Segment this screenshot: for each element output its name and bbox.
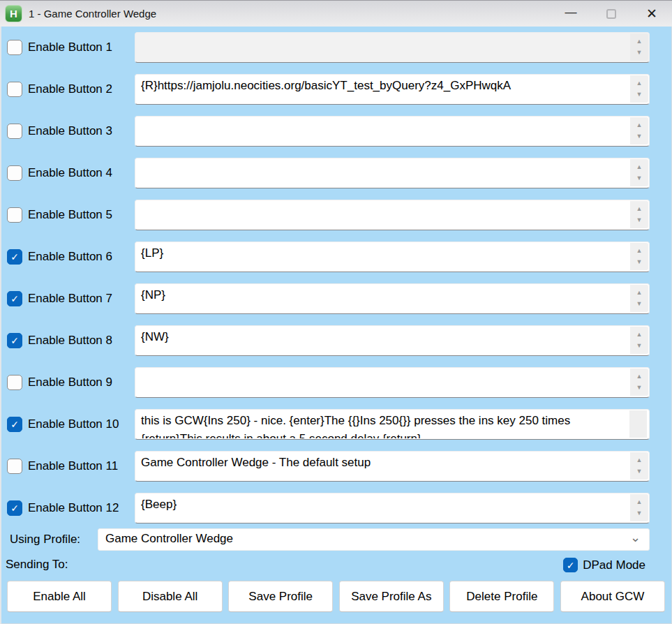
button-9-spinner[interactable]: ▲▼ (630, 369, 648, 396)
button-4-spinner[interactable]: ▲▼ (630, 159, 648, 186)
save-profile-button[interactable]: Save Profile (228, 581, 333, 612)
button-8-spinner[interactable]: ▲▼ (630, 327, 648, 354)
row-button-3: ✓ Enable Button 3 ▲▼ (0, 110, 672, 152)
enable-button-2-checkbox[interactable]: ✓ (7, 82, 22, 97)
enable-button-10-checkbox[interactable]: ✓ (7, 417, 22, 432)
enable-button-1-label: Enable Button 1 (28, 40, 112, 54)
enable-button-8-checkbox[interactable]: ✓ (7, 333, 22, 348)
spinner-down-icon[interactable]: ▼ (636, 301, 643, 307)
button-6-macro-input[interactable]: {LP} ▲▼ (135, 242, 650, 272)
spinner-up-icon[interactable]: ▲ (636, 373, 643, 380)
minimize-button[interactable]: — (551, 1, 591, 27)
spinner-down-icon[interactable]: ▼ (636, 50, 643, 56)
enable-button-3-checkbox[interactable]: ✓ (7, 124, 22, 139)
sending-to-label: Sending To: (6, 558, 68, 572)
chevron-down-icon: ⌄ (630, 530, 641, 545)
button-7-macro-text: {NP} (135, 284, 629, 313)
button-rows: ✓ Enable Button 1 ▲▼ ✓ Enable Button 2 {… (0, 27, 672, 529)
button-12-macro-input[interactable]: {Beep} ▲▼ (135, 493, 650, 523)
button-4-macro-input[interactable]: ▲▼ (135, 158, 650, 188)
maximize-icon (606, 9, 616, 19)
button-1-spinner[interactable]: ▲▼ (630, 34, 648, 61)
spinner-up-icon[interactable]: ▲ (636, 248, 643, 254)
button-8-macro-input[interactable]: {NW} ▲▼ (135, 325, 650, 356)
button-7-spinner[interactable]: ▲▼ (630, 285, 648, 312)
spinner-down-icon[interactable]: ▼ (636, 175, 643, 181)
enable-button-6-checkbox[interactable]: ✓ (7, 249, 22, 265)
spinner-up-icon[interactable]: ▲ (636, 206, 643, 212)
spinner-up-icon[interactable]: ▲ (636, 290, 643, 296)
button-2-macro-input[interactable]: {R}https://jamjolu.neocities.org/basicYT… (135, 74, 650, 105)
spinner-down-icon[interactable]: ▼ (636, 217, 643, 223)
button-10-scrollbar[interactable] (629, 410, 647, 438)
enable-button-4-checkbox[interactable]: ✓ (7, 165, 22, 181)
button-1-macro-input[interactable]: ▲▼ (135, 32, 650, 63)
enable-button-7-label: Enable Button 7 (28, 292, 112, 306)
spinner-down-icon[interactable]: ▼ (636, 133, 643, 140)
spinner-up-icon[interactable]: ▲ (636, 457, 643, 463)
enable-button-5-checkbox[interactable]: ✓ (7, 207, 22, 223)
row-button-5: ✓ Enable Button 5 ▲▼ (0, 194, 672, 236)
about-gcw-button[interactable]: About GCW (560, 581, 665, 612)
button-2-spinner[interactable]: ▲▼ (630, 75, 648, 103)
enable-button-11-label: Enable Button 11 (28, 459, 118, 473)
enable-button-6-label: Enable Button 6 (28, 250, 112, 264)
button-10-macro-input[interactable]: this is GCW{Ins 250} - nice. {enter}The … (135, 409, 650, 440)
maximize-button[interactable] (591, 1, 632, 27)
enable-button-10-label: Enable Button 10 (28, 417, 119, 431)
check-icon: ✓ (567, 560, 575, 570)
spinner-down-icon[interactable]: ▼ (636, 385, 643, 391)
disable-all-button[interactable]: Disable All (118, 581, 223, 612)
enable-button-3-label: Enable Button 3 (28, 124, 112, 138)
profile-dropdown[interactable]: Game Controller Wedge ⌄ (98, 528, 650, 551)
button-10-macro-text: this is GCW{Ins 250} - nice. {enter}The … (135, 410, 629, 438)
enable-all-button[interactable]: Enable All (7, 581, 112, 612)
spinner-up-icon[interactable]: ▲ (636, 38, 643, 45)
profile-row: Using Profile: Game Controller Wedge ⌄ (0, 528, 672, 553)
app-logo-glyph: H (10, 8, 17, 20)
button-12-spinner[interactable]: ▲▼ (630, 494, 648, 521)
button-6-spinner[interactable]: ▲▼ (630, 243, 648, 270)
enable-button-7-checkbox[interactable]: ✓ (7, 291, 22, 306)
check-icon: ✓ (10, 294, 19, 304)
using-profile-label: Using Profile: (10, 533, 80, 547)
spinner-down-icon[interactable]: ▼ (636, 510, 643, 517)
row-button-1: ✓ Enable Button 1 ▲▼ (0, 27, 672, 68)
enable-button-2-label: Enable Button 2 (28, 82, 112, 96)
button-11-macro-text: Game Controller Wedge - The default setu… (135, 452, 629, 480)
row-button-8: ✓ Enable Button 8 {NW} ▲▼ (0, 320, 672, 362)
close-icon: ✕ (646, 6, 657, 22)
enable-button-1-checkbox[interactable]: ✓ (7, 40, 22, 55)
dpad-mode-checkbox[interactable]: ✓ (563, 558, 578, 572)
enable-button-12-checkbox[interactable]: ✓ (7, 500, 22, 516)
enable-button-9-checkbox[interactable]: ✓ (7, 375, 22, 390)
spinner-up-icon[interactable]: ▲ (636, 499, 643, 505)
button-9-macro-input[interactable]: ▲▼ (135, 367, 650, 398)
enable-button-11-checkbox[interactable]: ✓ (7, 459, 22, 474)
row-button-2: ✓ Enable Button 2 {R}https://jamjolu.neo… (0, 68, 672, 110)
spinner-up-icon[interactable]: ▲ (636, 332, 643, 338)
close-button[interactable]: ✕ (632, 1, 672, 27)
spinner-up-icon[interactable]: ▲ (636, 80, 643, 87)
delete-profile-button[interactable]: Delete Profile (449, 581, 554, 612)
save-profile-as-button[interactable]: Save Profile As (339, 581, 444, 612)
button-11-spinner[interactable]: ▲▼ (630, 452, 648, 480)
button-3-spinner[interactable]: ▲▼ (630, 117, 648, 144)
button-2-macro-text: {R}https://jamjolu.neocities.org/basicYT… (135, 75, 629, 103)
row-button-7: ✓ Enable Button 7 {NP} ▲▼ (0, 278, 672, 320)
spinner-down-icon[interactable]: ▼ (636, 343, 643, 349)
dpad-mode-group: ✓ DPad Mode (563, 558, 645, 572)
spinner-up-icon[interactable]: ▲ (636, 164, 643, 170)
button-3-macro-input[interactable]: ▲▼ (135, 116, 650, 147)
button-7-macro-input[interactable]: {NP} ▲▼ (135, 283, 650, 314)
button-5-spinner[interactable]: ▲▼ (630, 201, 648, 228)
check-icon: ✓ (10, 252, 19, 262)
spinner-up-icon[interactable]: ▲ (636, 122, 643, 128)
spinner-down-icon[interactable]: ▼ (636, 259, 643, 265)
check-icon: ✓ (10, 336, 19, 346)
row-button-12: ✓ Enable Button 12 {Beep} ▲▼ (0, 487, 672, 529)
button-11-macro-input[interactable]: Game Controller Wedge - The default setu… (135, 451, 650, 482)
button-5-macro-input[interactable]: ▲▼ (135, 200, 650, 230)
spinner-down-icon[interactable]: ▼ (636, 91, 643, 98)
spinner-down-icon[interactable]: ▼ (636, 468, 643, 475)
